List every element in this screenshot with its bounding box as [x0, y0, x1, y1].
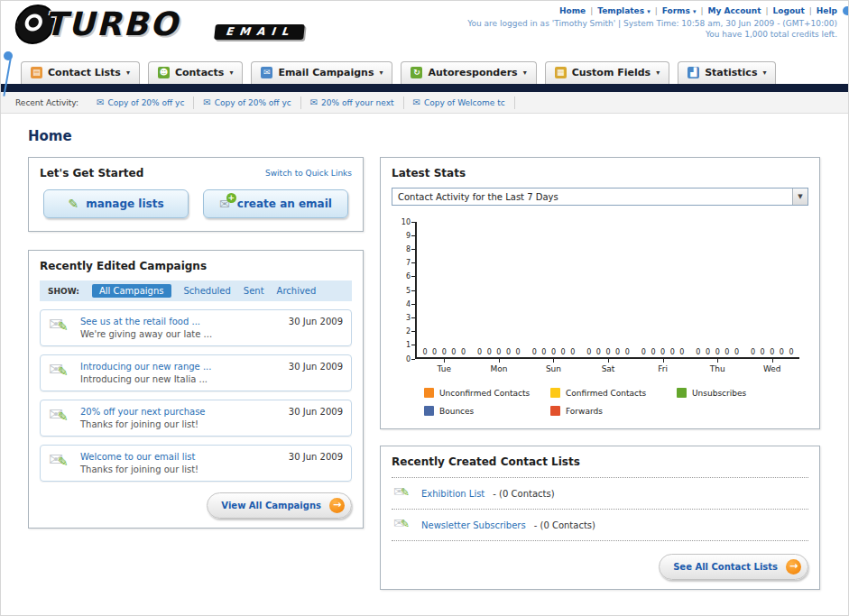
contact-lists-icon: ▤	[31, 67, 42, 78]
list-edit-icon: ✉ ✎	[393, 485, 413, 501]
show-label: SHOW:	[48, 287, 79, 296]
campaign-title-link[interactable]: 20% off your next purchase	[80, 407, 281, 417]
nav-tab-contact-lists[interactable]: ▤ Contact Lists ▾	[21, 61, 140, 84]
header: TURBO EMAIL Home | Templates ▾ | Forms ▾…	[1, 1, 848, 59]
see-all-contact-lists-label: See All Contact Lists	[673, 562, 778, 572]
campaign-text: Introducing our new range ... Introducin…	[80, 362, 281, 384]
chevron-down-icon: ▾	[656, 69, 660, 77]
legend-item: Forwards	[550, 406, 677, 416]
nav-tab-email-campaigns[interactable]: ✉ Email Campaigns ▾	[251, 61, 392, 84]
campaign-subtitle: We're giving away our late ...	[80, 329, 281, 339]
contact-list-row: ✉ ✎ Exhibition List - (0 Contacts)	[392, 478, 808, 510]
logo-text: TURBO EMAIL	[44, 9, 303, 40]
activity-link[interactable]: Copy of 20% off yc	[107, 98, 184, 107]
envelope-icon: ✉	[203, 97, 210, 107]
nav-tab-label: Autoresponders	[428, 67, 517, 78]
tab-sent[interactable]: Sent	[244, 286, 264, 296]
turbo-email-logo[interactable]: TURBO EMAIL	[15, 5, 303, 44]
arrow-right-icon: →	[329, 498, 345, 513]
separator: |	[809, 6, 812, 15]
manage-lists-button[interactable]: ✎ manage lists	[43, 189, 189, 218]
x-axis-label: Fri	[635, 359, 690, 373]
y-tick-label: 7	[406, 260, 415, 267]
campaign-edit-icon: ✉ ✎	[49, 317, 72, 338]
main-content: Home Let's Get Started Switch to Quick L…	[1, 114, 848, 590]
get-started-title: Let's Get Started	[40, 167, 143, 179]
view-all-campaigns-label: View All Campaigns	[221, 501, 321, 510]
arrow-right-icon: →	[786, 559, 801, 575]
top-link-logout[interactable]: Logout	[773, 6, 805, 15]
legend-item: Bounces	[424, 406, 550, 416]
pencil-icon: ✎	[401, 486, 410, 499]
pencil-icon: ✎	[58, 455, 69, 469]
contact-list-link[interactable]: Newsletter Subscribers	[421, 520, 526, 530]
pencil-icon: ✎	[401, 518, 410, 530]
tab-all-campaigns[interactable]: All Campaigns	[92, 284, 171, 298]
stats-filter-dropdown[interactable]: Contact Activity for the Last 7 Days ▼	[392, 188, 808, 206]
campaign-title-link[interactable]: Welcome to our email list	[80, 452, 281, 462]
recent-campaigns-panel: Recently Edited Campaigns SHOW: All Camp…	[28, 250, 364, 529]
bar-group-values: 0 0 0 0 0	[472, 348, 527, 356]
contact-list-row: ✉ ✎ Newsletter Subscribers - (0 Contacts…	[392, 510, 808, 541]
tab-scheduled[interactable]: Scheduled	[184, 286, 231, 296]
chevron-down-icon: ▾	[762, 69, 766, 77]
bar-group-values: 0 0 0 0 0	[526, 348, 581, 356]
nav-tab-label: Custom Fields	[572, 67, 651, 78]
tab-archived[interactable]: Archived	[277, 286, 317, 296]
top-link-help[interactable]: Help	[817, 6, 837, 15]
contact-list-count: - (0 Contacts)	[493, 489, 554, 499]
campaign-title-link[interactable]: See us at the retail food ...	[80, 317, 281, 326]
bar-group-values: 0 0 0 0 0	[635, 348, 690, 356]
legend-swatch	[677, 388, 687, 398]
top-link-forms[interactable]: Forms ▾	[662, 6, 697, 15]
y-tick-label: 3	[406, 314, 415, 321]
logo-turbo-text: TURBO	[44, 5, 180, 42]
nav-tab-label: Contacts	[175, 67, 224, 78]
activity-link[interactable]: 20% off your next	[321, 98, 393, 107]
switch-to-quick-links[interactable]: Switch to Quick Links	[265, 169, 352, 178]
chevron-down-icon: ▾	[229, 69, 233, 77]
legend-label: Unconfirmed Contacts	[439, 389, 530, 398]
campaign-title-link[interactable]: Introducing our new range ...	[80, 362, 281, 372]
logo-email-text: EMAIL	[214, 24, 304, 40]
bar-group-values: 0 0 0 0 0	[744, 348, 799, 356]
contact-list-count: - (0 Contacts)	[534, 520, 595, 530]
activity-link[interactable]: Copy of Welcome tc	[424, 98, 505, 107]
contact-list-link[interactable]: Exhibition List	[421, 489, 484, 499]
activity-link[interactable]: Copy of 20% off yc	[215, 98, 291, 107]
list-edit-icon: ✉ ✎	[393, 517, 413, 533]
see-all-contact-lists-button[interactable]: See All Contact Lists →	[659, 554, 808, 580]
x-axis-label: Wed	[744, 359, 799, 373]
top-nav: Home | Templates ▾ | Forms ▾ | My Accoun…	[467, 6, 837, 15]
campaign-date: 30 Jun 2009	[289, 362, 343, 372]
y-tick-label: 5	[406, 287, 415, 294]
nav-tab-autoresponders[interactable]: ↻ Autoresponders ▾	[401, 61, 536, 84]
chart-x-labels: TueMonSunSatFriThuWed	[415, 359, 799, 373]
legend-label: Unsubscribes	[692, 389, 746, 398]
nav-tab-label: Contact Lists	[48, 67, 121, 78]
campaign-text: 20% off your next purchase Thanks for jo…	[80, 407, 281, 429]
view-all-campaigns-button[interactable]: View All Campaigns →	[207, 492, 352, 519]
campaign-row: ✉ ✎ See us at the retail food ... We're …	[40, 309, 352, 346]
campaign-row: ✉ ✎ Introducing our new range ... Introd…	[40, 354, 352, 391]
envelope-plus-icon: ✉+	[219, 197, 230, 211]
header-right: Home | Templates ▾ | Forms ▾ | My Accoun…	[467, 6, 837, 39]
separator: |	[590, 6, 593, 15]
pencil-icon: ✎	[68, 197, 78, 211]
campaign-subtitle: Thanks for joining our list!	[80, 464, 281, 474]
top-link-home[interactable]: Home	[559, 6, 586, 15]
create-email-button[interactable]: ✉+ create an email	[203, 189, 348, 218]
x-axis-label: Thu	[690, 359, 745, 373]
nav-tab-custom-fields[interactable]: ▦ Custom Fields ▾	[545, 61, 670, 84]
separator: |	[655, 6, 658, 15]
top-link-templates[interactable]: Templates ▾	[597, 6, 650, 15]
legend-swatch	[424, 406, 434, 416]
legend-swatch	[424, 388, 434, 398]
legend-item: Confirmed Contacts	[550, 388, 677, 398]
nav-tab-statistics[interactable]: ▟ Statistics ▾	[678, 61, 776, 84]
y-tick-label: 8	[406, 245, 415, 253]
top-link-my-account[interactable]: My Account	[708, 6, 761, 15]
campaign-row: ✉ ✎ 20% off your next purchase Thanks fo…	[40, 400, 352, 437]
nav-tab-contacts[interactable]: ☻ Contacts ▾	[148, 61, 243, 84]
envelope-icon: ✉	[413, 97, 420, 107]
